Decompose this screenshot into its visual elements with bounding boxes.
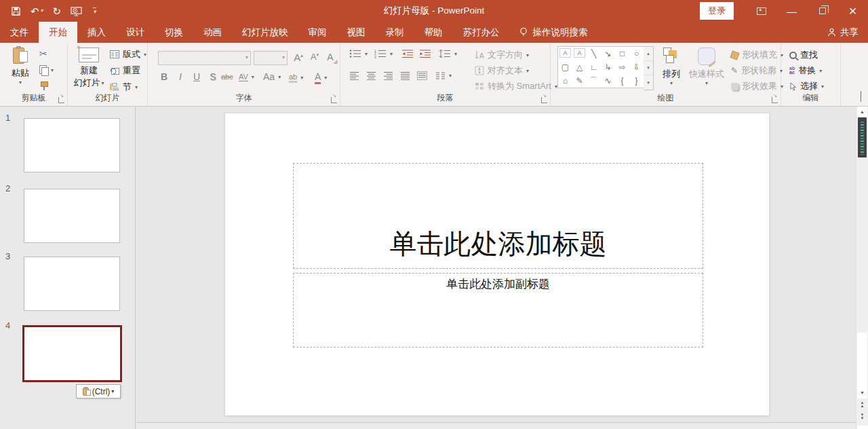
grow-font-button[interactable]: A▴ [292,52,305,63]
shape-cell-vtextbox[interactable]: A [574,48,585,58]
shape-cell-down-arrow[interactable]: ⇩ [629,60,644,74]
shrink-font-button[interactable]: A▾ [308,52,321,62]
title-placeholder[interactable]: 单击此处添加标题 [293,163,703,269]
tab-animations[interactable]: 动画 [193,22,232,43]
new-slide-button[interactable]: * 新建 幻灯片▾ [73,48,104,89]
font-name-combo[interactable] [158,51,251,65]
shape-cell-line[interactable]: ╲ [587,47,601,60]
increase-indent-button[interactable] [419,49,431,58]
restore-button[interactable] [807,0,837,22]
shape-cell-arc[interactable]: ⌒ [587,74,601,88]
tab-record[interactable]: 录制 [376,22,414,43]
tab-view[interactable]: 视图 [337,22,376,43]
scroll-down-button[interactable]: ▼ [857,387,867,398]
paste-options-button[interactable]: (Ctrl) ▾ [76,384,121,398]
shape-cell-rounded-rect[interactable]: ▢ [558,60,572,74]
convert-smartart-button[interactable]: 转换为 SmartArt▾ [475,80,557,92]
text-highlight-button[interactable]: ab▾ [289,73,303,83]
quick-styles-button[interactable]: 快速样式 ▾ [688,48,726,86]
italic-button[interactable]: I [174,71,187,82]
text-direction-button[interactable]: A 文字方向▾ [475,49,529,61]
shape-cell-elbow[interactable]: ∟ [587,60,601,74]
change-case-button[interactable]: Aa▾ [263,71,281,82]
shape-cell-elbow-arrow[interactable]: ↳ [601,60,615,74]
copy-button[interactable]: ▾ [39,65,54,75]
distribute-button[interactable] [417,71,427,80]
reset-button[interactable]: 重置 [110,64,140,77]
drawing-dialog-launcher[interactable] [772,97,778,103]
tab-help[interactable]: 帮助 [414,22,453,43]
horizontal-scrollbar-area[interactable] [137,422,856,429]
tab-review[interactable]: 审阅 [298,22,337,43]
shape-cell-freeform[interactable]: ⌂ [558,74,572,88]
justify-button[interactable] [400,71,410,80]
gallery-down-button[interactable]: ▾ [644,61,653,75]
minimize-button[interactable]: — [776,0,807,22]
align-text-button[interactable]: 对齐文本▾ [475,64,529,77]
shape-cell-right-arrow[interactable]: ⇨ [615,60,629,74]
shape-cell-textbox[interactable]: A [559,48,571,58]
replace-button[interactable]: abac 替换▾ [789,64,822,77]
shape-effects-button[interactable]: 形状效果▾ [731,80,783,92]
tab-insert[interactable]: 插入 [77,22,116,43]
shape-outline-button[interactable]: ✎ 形状轮廓▾ [731,64,783,77]
slide-editing-area[interactable]: 单击此处添加标题 单击此处添加副标题 [224,113,770,416]
character-spacing-button[interactable]: AV▾ [239,73,254,81]
previous-slide-button[interactable]: ▲▲ [857,401,867,408]
slide-thumbnail-1[interactable] [24,118,120,172]
align-right-button[interactable] [383,71,393,80]
underline-button[interactable]: U [190,71,203,82]
slide-thumbnail-3[interactable] [24,257,120,311]
subtitle-placeholder[interactable]: 单击此处添加副标题 [293,273,703,348]
clear-formatting-button[interactable]: A◢ [326,52,339,64]
find-button[interactable]: 查找 [789,49,818,61]
tab-soda-office[interactable]: 苏打办公 [453,22,510,43]
paste-button[interactable]: 粘贴 ▾ [7,46,34,86]
decrease-indent-button[interactable] [401,49,414,58]
line-spacing-button[interactable]: ▾ [439,49,457,58]
collapse-ribbon-button[interactable] [861,92,861,102]
tab-slideshow[interactable]: 幻灯片放映 [232,22,298,43]
select-button[interactable]: 选择▾ [789,80,824,92]
text-shadow-button[interactable]: S [206,71,220,82]
align-left-button[interactable] [349,71,359,80]
scroll-up-button[interactable]: ▲ [857,107,867,117]
shape-cell-curve[interactable]: ∿ [601,74,615,88]
numbering-button[interactable]: 123 ▾ [374,49,393,58]
vertical-scrollbar[interactable]: ▲ ▼ ▲▲ ▼▼ [856,107,868,429]
shape-cell-triangle[interactable]: △ [572,60,587,74]
paragraph-dialog-launcher[interactable] [541,97,547,103]
shape-fill-button[interactable]: 形状填充▾ [731,49,783,61]
font-color-button[interactable]: A▾ [315,71,327,84]
shape-cell-brace-left[interactable]: { [615,74,629,88]
scrollbar-thumb[interactable] [858,117,867,157]
shape-cell-scribble[interactable]: ✎ [572,74,587,88]
bold-button[interactable]: B [157,71,171,82]
clipboard-dialog-launcher[interactable] [58,97,64,103]
gallery-more-button[interactable]: ▾ [644,75,653,90]
shape-cell-rectangle[interactable]: □ [615,47,629,60]
section-button[interactable]: 节▾ [110,81,138,93]
slide-thumbnail-4-selected[interactable] [22,325,122,382]
sign-in-button[interactable]: 登录 [700,2,734,20]
tab-transitions[interactable]: 切换 [155,22,193,43]
format-painter-button[interactable] [39,81,49,90]
tab-design[interactable]: 设计 [116,22,155,43]
slide-thumbnail-2[interactable] [24,189,120,243]
shape-cell-ellipse[interactable]: ○ [629,47,644,60]
font-dialog-launcher[interactable] [331,97,337,103]
columns-button[interactable]: ▾ [435,71,452,80]
arrange-button[interactable]: 排列 ▾ [658,48,685,86]
cut-button[interactable]: ✂ [39,48,47,59]
next-slide-button[interactable]: ▼▼ [857,413,867,420]
font-size-combo[interactable] [254,51,288,65]
align-center-button[interactable] [366,71,376,80]
shape-cell-arrow-line[interactable]: ↘ [601,47,615,60]
layout-button[interactable]: 版式▾ [110,48,146,60]
share-button[interactable]: 共享 [827,22,859,43]
bullets-button[interactable]: ▾ [349,49,368,58]
tell-me-search[interactable]: 操作说明搜索 [510,22,597,43]
tab-home[interactable]: 开始 [39,22,77,43]
gallery-up-button[interactable]: ▴ [644,47,653,61]
strikethrough-button[interactable]: abc [221,73,233,81]
